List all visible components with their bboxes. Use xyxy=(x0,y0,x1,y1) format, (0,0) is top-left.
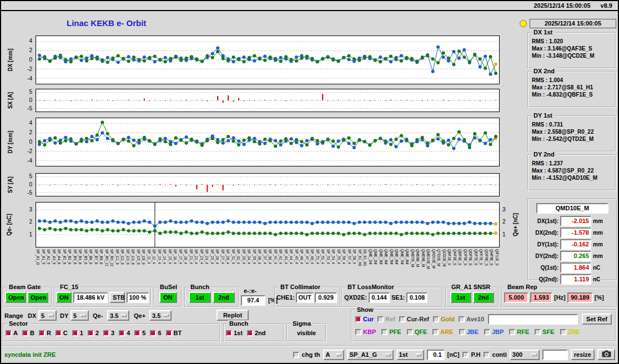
bpm-axis-label: QME_6M xyxy=(394,249,400,285)
page-title: Linac KEKB e- Orbit xyxy=(67,18,146,28)
bpm-axis-label: SP_32_4 xyxy=(236,249,241,285)
range-dy-label: DY xyxy=(60,312,68,319)
che1-label: CHE1: xyxy=(276,294,295,301)
bpm-axis-label: SP_A2_9 xyxy=(46,249,52,285)
range-qem-select[interactable]: 3.5 xyxy=(107,310,129,321)
sector-6-checkbox[interactable]: 6 xyxy=(150,330,161,336)
beam-gate-title: Beam Gate xyxy=(7,284,42,290)
show-gold-checkbox[interactable]: Gold xyxy=(433,316,455,322)
rms-value: RMS : 1.237 xyxy=(532,160,615,166)
show-rfe-checkbox[interactable]: RFE xyxy=(509,328,529,335)
checkbox-indicator-icon xyxy=(6,330,12,336)
bpm-axis-label: QEF7E_S xyxy=(474,249,479,285)
bunch-1st-checkbox[interactable]: 1st xyxy=(226,330,243,336)
gr-a1-1st-button[interactable]: 1st xyxy=(450,292,471,303)
gr-a1-2nd-button[interactable]: 2nd xyxy=(473,292,494,303)
dy-ytick-labels: 420-2-4 xyxy=(22,118,33,166)
resize-button[interactable]: resize xyxy=(571,349,595,360)
bpm-axis-label: SP_28_4 xyxy=(225,249,231,285)
show-pfe-checkbox[interactable]: PFE xyxy=(381,328,401,335)
bpm-axis-label: QAD10E_M xyxy=(431,249,437,285)
sigma-panel: Sigma visible xyxy=(286,323,326,342)
fc15-on-button[interactable]: ON xyxy=(56,292,72,303)
max-value: Max : 2.558@SP_R0_22 xyxy=(532,129,615,135)
ph-checkbox[interactable] xyxy=(462,352,469,358)
threshold-entry[interactable] xyxy=(427,350,445,360)
show-sfe-checkbox[interactable]: SFE xyxy=(535,328,554,335)
y-tick-label: 2 xyxy=(29,47,32,54)
sigma-panel-title: Sigma xyxy=(291,320,313,327)
busel-panel: BuSel ON xyxy=(154,287,182,307)
sector-bt-checkbox[interactable]: BT xyxy=(166,330,182,336)
set-ref-entry[interactable] xyxy=(488,314,578,325)
sector-r-checkbox[interactable]: R xyxy=(39,330,51,336)
bpm-axis-label: SP_56_4 xyxy=(341,249,347,285)
bunch-number-select[interactable]: 1st xyxy=(396,350,424,360)
dx-1st-stats-box: DX 1st RMS : 1.020 Max : 3.146@QAF3E_S M… xyxy=(527,32,616,69)
y-tick-label: 3 xyxy=(29,206,32,213)
sector-4-label: 4 xyxy=(127,330,130,336)
beam-gate-open-button-1[interactable]: Open xyxy=(5,292,26,303)
range-dy-select[interactable]: 5 xyxy=(71,310,89,321)
bunch-2nd-checkbox[interactable]: 2nd xyxy=(247,330,266,336)
show-qfe-checkbox[interactable]: QFE xyxy=(407,328,427,335)
bpm-readout-unit: nC xyxy=(593,276,600,282)
bunch-2nd-button[interactable]: 2nd xyxy=(213,292,235,303)
show-jbp-checkbox[interactable]: JBP xyxy=(484,328,504,335)
qe-plus-axis-label: Qe+ [nC] xyxy=(512,213,519,236)
bunch-1st-button[interactable]: 1st xyxy=(189,292,211,303)
beam-gate-open-button-2[interactable]: Open xyxy=(27,292,48,303)
bpm-name-select[interactable]: SP_A1_G xyxy=(347,350,394,360)
show-are-checkbox[interactable]: ARE xyxy=(432,328,453,335)
sector-4-checkbox[interactable]: 4 xyxy=(119,330,130,336)
sx-steering-chart xyxy=(36,89,500,112)
sigma-visible-option[interactable]: visible xyxy=(297,330,316,336)
conti-checkbox[interactable] xyxy=(484,352,490,358)
set-ref-button[interactable]: Set Ref xyxy=(582,314,612,325)
chg-th-checkbox[interactable] xyxy=(293,352,299,358)
count-entry[interactable] xyxy=(542,350,568,360)
sector-1-label: 1 xyxy=(80,330,83,336)
show-zre-checkbox[interactable]: ZRE xyxy=(560,328,580,335)
range-dx-select[interactable]: 5 xyxy=(38,310,57,321)
fc15-stb-button[interactable]: STB xyxy=(109,292,125,303)
bpm-axis-label: QFF7E_S xyxy=(479,249,484,285)
show-cur-checkbox[interactable]: Cur xyxy=(355,316,374,322)
sector-a-checkbox[interactable]: A xyxy=(6,330,18,336)
bpm-axis-label: QME_5M xyxy=(389,249,395,285)
show-ref-checkbox[interactable]: Ref xyxy=(378,316,395,322)
replot-button[interactable]: Replot xyxy=(217,310,249,321)
show-groups-row: KBPPFEQFEAREJBEJBPRFESFEZRE xyxy=(355,328,580,335)
show-ave10-checkbox[interactable]: Ave10 xyxy=(459,316,484,322)
busel-on-button[interactable]: ON xyxy=(159,292,177,303)
show-jbe-checkbox[interactable]: JBE xyxy=(459,328,479,335)
sector-5-checkbox[interactable]: 5 xyxy=(134,330,145,336)
screenshot-button[interactable] xyxy=(597,349,615,360)
ph-label: P.H xyxy=(471,351,481,358)
sector-2-checkbox[interactable]: 2 xyxy=(88,330,99,336)
bpm-axis-label: SP_B3_8 xyxy=(73,249,78,285)
bpm-axis-label: SP_B2_8 xyxy=(67,249,73,285)
show-kbp-checkbox[interactable]: KBP xyxy=(355,328,376,335)
checkbox-indicator-icon xyxy=(103,330,109,336)
show-cur-ref-checkbox[interactable]: Cur-Ref xyxy=(399,316,429,322)
range-qep-select[interactable]: 3.5 xyxy=(149,310,172,321)
sector-scope-select[interactable]: A xyxy=(323,350,344,360)
bpm-readout-value: -2.015 xyxy=(560,216,591,226)
sector-1-checkbox[interactable]: 1 xyxy=(72,330,83,336)
bpm-readout-unit: mm xyxy=(593,253,603,259)
show-qfe-label: QFE xyxy=(415,328,427,335)
dropdown-indicator-icon xyxy=(531,353,537,356)
bpm-axis-label: SP_C4_8 xyxy=(130,249,136,285)
sector-3-checkbox[interactable]: 3 xyxy=(103,330,114,336)
checkbox-indicator-icon xyxy=(407,329,413,335)
interval-select[interactable]: 300 xyxy=(510,350,540,360)
fc15-panel: FC_15 ON 18.486 kV STB 100 % xyxy=(54,287,152,307)
bpm-axis-label: SP_55_4 xyxy=(336,249,342,285)
checkbox-indicator-icon xyxy=(39,330,45,336)
sector-b-checkbox[interactable]: B xyxy=(22,330,34,336)
bpm-axis-label: SP_46_4 xyxy=(299,249,305,285)
bpm-axis-label: SP_15_4 xyxy=(168,249,173,285)
bpm-axis-label: SP_45_4 xyxy=(294,249,300,285)
sector-c-checkbox[interactable]: C xyxy=(56,330,68,336)
